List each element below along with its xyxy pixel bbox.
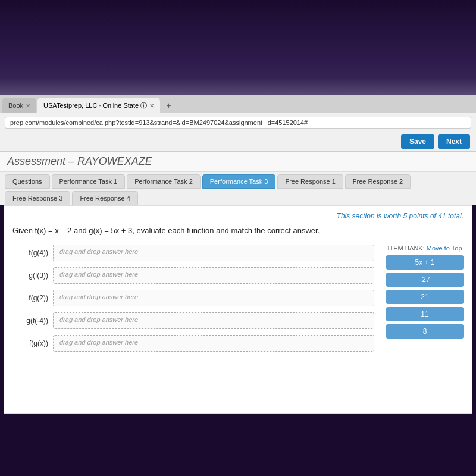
func-label-3: g(f(-4)) bbox=[12, 317, 48, 325]
drop-zone-4[interactable]: drag and drop answer here bbox=[53, 335, 374, 352]
save-next-bar: Save Next bbox=[0, 132, 476, 151]
browser-tab-usa[interactable]: USATestprep, LLC · Online State ⓘ ✕ bbox=[37, 98, 160, 113]
tab-free-response-2[interactable]: Free Response 2 bbox=[345, 174, 411, 189]
item-bank-label: ITEM BANK: bbox=[387, 245, 424, 252]
save-button[interactable]: Save bbox=[401, 134, 434, 149]
drop-zone-0[interactable]: drag and drop answer here bbox=[53, 245, 374, 261]
move-to-top-link[interactable]: Move to Top bbox=[427, 245, 462, 252]
func-label-1: g(f(3)) bbox=[12, 271, 48, 280]
match-row-fg4: f(g(4)) drag and drop answer here bbox=[12, 245, 374, 261]
nav-tabs-row2: Free Response 3 Free Response 4 bbox=[0, 189, 476, 205]
question-text: Given f(x) = x – 2 and g(x) = 5x + 3, ev… bbox=[12, 226, 464, 235]
match-left: f(g(4)) drag and drop answer here g(f(3)… bbox=[12, 245, 374, 358]
item-bank-title: ITEM BANK: Move to Top bbox=[386, 245, 464, 252]
answer-chip-3[interactable]: 11 bbox=[386, 307, 464, 321]
tab-performance-task-1[interactable]: Performance Task 1 bbox=[52, 174, 126, 189]
next-button[interactable]: Next bbox=[438, 134, 470, 149]
address-bar[interactable]: prep.com/modules/combined/ca.php?testid=… bbox=[5, 117, 471, 129]
tab-performance-task-2[interactable]: Performance Task 2 bbox=[127, 174, 201, 189]
tab-free-response-1[interactable]: Free Response 1 bbox=[277, 174, 343, 189]
tab-performance-task-3[interactable]: Performance Task 3 bbox=[202, 174, 276, 189]
func-label-4: f(g(x)) bbox=[12, 339, 48, 347]
match-row-gf3: g(f(3)) drag and drop answer here bbox=[12, 267, 374, 284]
answer-chip-4[interactable]: 8 bbox=[386, 324, 464, 339]
answer-chip-2[interactable]: 21 bbox=[386, 290, 464, 304]
tab-free-response-3[interactable]: Free Response 3 bbox=[5, 191, 70, 205]
tab-questions[interactable]: Questions bbox=[5, 174, 50, 189]
new-tab-button[interactable]: + bbox=[161, 98, 176, 112]
answer-chip-1[interactable]: -27 bbox=[386, 273, 464, 287]
content-area: This section is worth 5 points of 41 tot… bbox=[4, 205, 472, 414]
answer-chip-0[interactable]: 5x + 1 bbox=[386, 255, 464, 270]
match-row-fg2: f(g(2)) drag and drop answer here bbox=[12, 290, 374, 306]
browser-tab-book[interactable]: Book ✕ bbox=[2, 98, 36, 113]
tab-book-label: Book bbox=[8, 102, 23, 109]
match-row-fgx: f(g(x)) drag and drop answer here bbox=[12, 335, 374, 352]
drop-zone-1[interactable]: drag and drop answer here bbox=[53, 267, 374, 284]
drop-zone-2[interactable]: drag and drop answer here bbox=[53, 290, 374, 306]
func-label-2: f(g(2)) bbox=[12, 294, 48, 302]
func-label-0: f(g(4)) bbox=[12, 249, 48, 257]
nav-tabs-row1: Questions Performance Task 1 Performance… bbox=[0, 172, 476, 189]
tab-book-close[interactable]: ✕ bbox=[26, 102, 30, 109]
tab-bar: Book ✕ USATestprep, LLC · Online State ⓘ… bbox=[0, 95, 476, 113]
address-bar-row: prep.com/modules/combined/ca.php?testid=… bbox=[0, 113, 476, 132]
tab-usa-close[interactable]: ✕ bbox=[149, 102, 154, 109]
tab-free-response-4[interactable]: Free Response 4 bbox=[72, 191, 137, 205]
tab-usa-label: USATestprep, LLC · Online State ⓘ bbox=[43, 101, 147, 110]
match-row-gfn4: g(f(-4)) drag and drop answer here bbox=[12, 312, 374, 329]
assessment-title: Assessment – RAYOWEXAZE bbox=[0, 152, 476, 172]
match-area: f(g(4)) drag and drop answer here g(f(3)… bbox=[12, 245, 464, 358]
section-worth: This section is worth 5 points of 41 tot… bbox=[12, 212, 464, 220]
drop-zone-3[interactable]: drag and drop answer here bbox=[53, 312, 374, 329]
item-bank: ITEM BANK: Move to Top 5x + 1 -27 21 11 … bbox=[386, 245, 464, 358]
